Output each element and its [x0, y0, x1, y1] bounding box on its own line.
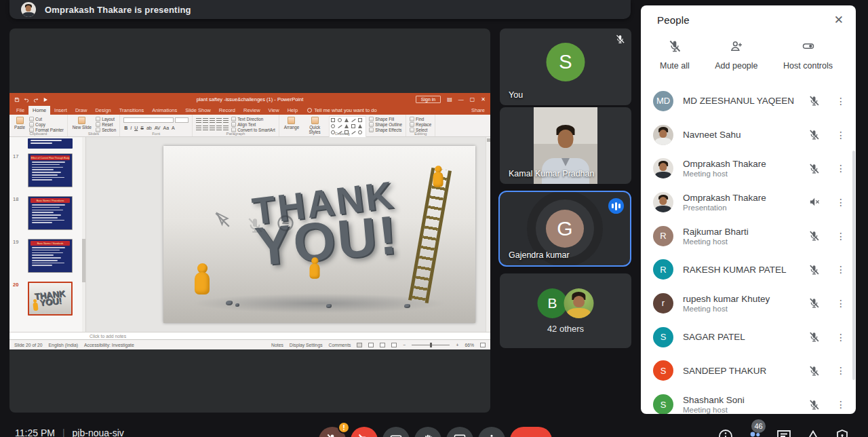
participants-scrollbar[interactable]	[852, 151, 855, 380]
participant-menu-button[interactable]: ⋮	[834, 299, 848, 308]
font-style-button-ab[interactable]: ab	[146, 126, 153, 130]
paragraph-button-1[interactable]	[203, 118, 208, 123]
shape-sq[interactable]	[358, 118, 364, 124]
participant-row[interactable]: SShashank SoniMeeting host⋮	[641, 387, 856, 414]
video-tile-gajendra[interactable]: G Gajendra kumar	[498, 191, 631, 267]
paragraph-button-0[interactable]	[196, 118, 201, 123]
slide-thumbnail-20[interactable]: 20THANK YOU!	[28, 282, 73, 316]
host-controls-button[interactable]: Host controls	[783, 39, 833, 71]
ppt-tab-file[interactable]: File	[12, 106, 28, 115]
slideshow-view-icon[interactable]	[391, 343, 397, 347]
shape-sq[interactable]	[331, 118, 337, 124]
more-options-button[interactable]	[478, 427, 505, 437]
font-style-button-aa[interactable]: Aa	[163, 126, 170, 130]
video-tile-others[interactable]: B 42 others	[500, 273, 631, 348]
shape-tr[interactable]	[344, 124, 351, 130]
slide-thumbnail-17[interactable]: 17Effect of Current Flow Through Body	[28, 153, 73, 187]
host-controls-button[interactable]	[834, 428, 850, 437]
participant-row[interactable]: Navneet Sahu⋮	[641, 118, 856, 152]
slide-sorter-view-icon[interactable]	[368, 343, 374, 347]
ppt-tab-review[interactable]: Review	[239, 106, 264, 115]
participant-menu-button[interactable]: ⋮	[834, 265, 848, 274]
activities-button[interactable]	[805, 428, 821, 437]
ppt-tab-help[interactable]: Help	[283, 106, 302, 115]
zoom-out-icon[interactable]: −	[403, 343, 406, 347]
chat-button[interactable]	[776, 428, 792, 437]
paragraph-button-3[interactable]	[216, 118, 222, 123]
ppt-tab-design[interactable]: Design	[91, 106, 115, 115]
status-button-display-settings[interactable]: Display Settings	[290, 343, 323, 347]
font-style-button-a[interactable]: A	[171, 126, 176, 130]
scroll-up-arrow[interactable]	[487, 138, 490, 142]
participant-menu-button[interactable]: ⋮	[834, 130, 848, 140]
status-english-india[interactable]: English (India)	[49, 343, 78, 347]
ppt-tab-record[interactable]: Record	[215, 106, 239, 115]
undo-icon[interactable]	[24, 97, 29, 102]
ppt-tab-draw[interactable]: Draw	[71, 106, 92, 115]
video-tile-kamal[interactable]: Kamal Kumar Pradhan	[500, 107, 631, 184]
participant-menu-button[interactable]: ⋮	[834, 197, 848, 207]
font-style-button-b[interactable]: B	[123, 126, 128, 130]
shape-li[interactable]	[351, 118, 357, 124]
share-button[interactable]: Share	[471, 106, 485, 115]
ribbon-button-new-slide[interactable]: New Slide	[71, 116, 93, 130]
tell-me-box[interactable]: Tell me what you want to do	[307, 106, 377, 115]
sign-in-button[interactable]: Sign in	[416, 96, 441, 103]
ppt-tab-view[interactable]: View	[264, 106, 283, 115]
ppt-tab-transitions[interactable]: Transitions	[115, 106, 148, 115]
presentation-tile[interactable]: plant saftey -issue&challenges (1) - Pow…	[9, 28, 490, 413]
participant-row[interactable]: RRajkumar BhartiMeeting host⋮	[641, 219, 856, 253]
font-style-button-u[interactable]: U	[134, 126, 138, 130]
slide-area-scrollbar[interactable]	[486, 137, 490, 332]
status-accessibility-investigate[interactable]: Accessibility: Investigate	[84, 343, 134, 347]
shape-sq[interactable]	[351, 124, 357, 130]
close-icon[interactable]: ✕	[834, 14, 844, 26]
participant-row[interactable]: rrupesh kumar KhuteyMeeting host⋮	[641, 286, 856, 320]
zoom-in-icon[interactable]: +	[456, 343, 458, 347]
ribbon-display-options-icon[interactable]: ▤	[447, 97, 452, 102]
mute-all-button[interactable]: Mute all	[660, 39, 690, 71]
camera-button[interactable]	[351, 427, 378, 437]
redo-icon[interactable]	[33, 97, 39, 102]
thumbnail-scrollbar-thumb[interactable]	[82, 239, 85, 282]
ppt-tab-home[interactable]: Home	[28, 106, 50, 115]
start-slideshow-icon[interactable]	[43, 97, 48, 102]
video-tile-you[interactable]: S You	[500, 28, 631, 105]
participant-menu-button[interactable]: ⋮	[834, 400, 848, 409]
ribbon-button-text-direction[interactable]: Text Direction	[231, 117, 275, 121]
leave-call-button[interactable]	[510, 427, 552, 437]
captions-button[interactable]	[382, 427, 410, 437]
zoom-level[interactable]: 66%	[465, 343, 474, 347]
ppt-tab-animations[interactable]: Animations	[148, 106, 181, 115]
ribbon-button-cut[interactable]: Cut	[29, 117, 64, 121]
participant-row[interactable]: SSAGAR PATEL⋮	[641, 320, 856, 354]
paragraph-button-2[interactable]	[210, 118, 215, 123]
ppt-tab-slide-show[interactable]: Slide Show	[181, 106, 215, 115]
shape-ci[interactable]	[338, 118, 344, 124]
save-icon[interactable]	[14, 97, 20, 102]
slide-thumbnail-19[interactable]: 19Basic Norms / Standards	[28, 239, 73, 273]
raise-hand-button[interactable]	[414, 427, 441, 437]
participant-row[interactable]: RRAKESH KUMAR PATEL⋮	[641, 252, 856, 286]
ribbon-button-layout[interactable]: Layout	[96, 117, 116, 121]
paragraph-button-4[interactable]	[223, 118, 229, 123]
ribbon-button-copy[interactable]: Copy	[29, 122, 64, 127]
shape-ci[interactable]	[331, 124, 337, 130]
shape-li[interactable]	[338, 124, 344, 130]
participant-menu-button[interactable]: ⋮	[834, 231, 848, 241]
add-people-button[interactable]: Add people	[715, 39, 757, 71]
ribbon-button-reset[interactable]: Reset	[96, 122, 116, 127]
current-slide[interactable]: THANK YOU!	[163, 146, 475, 323]
fit-to-window-icon[interactable]	[480, 343, 486, 347]
ribbon-button-arrange[interactable]: Arrange	[283, 116, 300, 130]
paragraph-button-5[interactable]	[196, 126, 201, 130]
ribbon-button-find[interactable]: Find	[410, 117, 431, 121]
slide-thumbnail-18[interactable]: 18Basic Norms / Procedures	[28, 196, 73, 230]
participant-row[interactable]: MDMD ZEESHANUL YAQEEN⋮	[641, 84, 856, 118]
ribbon-button-shape-outline[interactable]: Shape Outline	[369, 122, 402, 127]
font-style-button-av[interactable]: AV	[154, 126, 161, 130]
participant-row[interactable]: Omprakash ThakareMeeting host⋮	[641, 151, 856, 185]
font-style-button-i[interactable]: I	[130, 126, 132, 130]
zoom-slider-thumb[interactable]	[430, 343, 432, 347]
font-size-input[interactable]	[175, 117, 189, 123]
